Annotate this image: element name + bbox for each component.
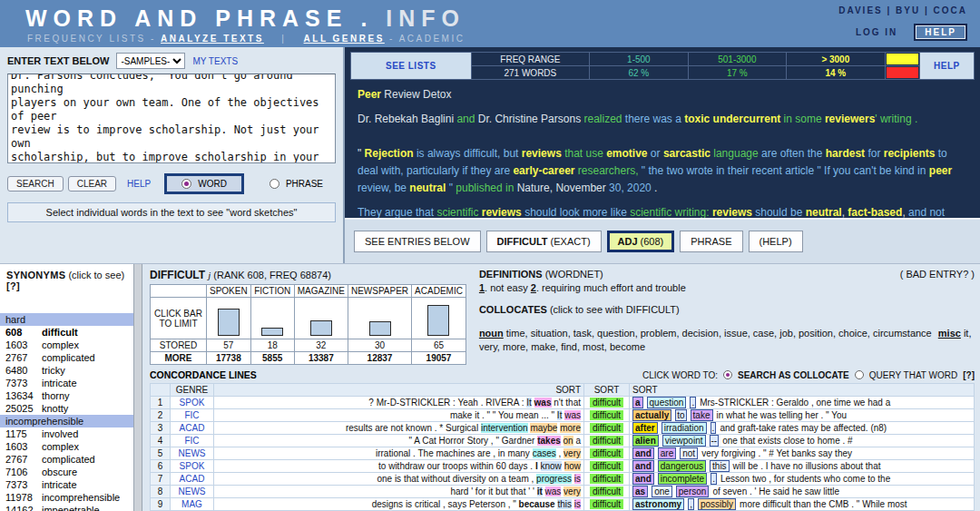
highlighted-word[interactable]: It [526,398,532,408]
highlighted-word[interactable]: for [865,147,880,160]
highlighted-word[interactable]: Review Detox [381,88,451,101]
highlighted-word[interactable]: progress [536,474,572,484]
corpus-links[interactable]: DAVIES | BYU | COCA [838,5,967,15]
genre-link[interactable]: NEWS [179,486,206,496]
highlighted-word[interactable]: scientific writing: [627,206,710,218]
highlighted-word[interactable]: are [658,447,676,459]
highlighted-word[interactable]: toxic undercurrent [681,113,780,125]
genre-bar[interactable] [261,328,283,336]
highlighted-word[interactable]: or [648,147,661,160]
highlighted-word[interactable]: takes [537,436,561,446]
genre-bar[interactable] [369,321,391,336]
query-word-radio-icon[interactable] [855,370,864,379]
see-lists-button[interactable]: SEE LISTS [351,53,472,80]
highlighted-word[interactable]: intervention [481,423,528,433]
highlighted-word[interactable]: should look more like [522,206,627,218]
highlighted-word[interactable]: to [675,409,686,421]
synonym-item[interactable]: 7106obscure [0,466,133,478]
sort-header[interactable]: SORT [630,384,975,397]
more-count[interactable]: 19057 [412,352,466,365]
highlighted-word[interactable]: fact-based [845,206,902,218]
highlighted-word[interactable]: person [676,486,710,497]
collocates-noun-words[interactable]: time, situation, task, question, problem… [506,328,932,339]
band-range-2[interactable]: 501-3000 [688,53,786,66]
highlighted-word[interactable]: that use [562,147,603,160]
highlighted-word[interactable]: researchers, [574,164,638,177]
phrase-radio-icon[interactable] [270,179,279,189]
highlighted-word[interactable]: possibly [698,498,736,510]
nav-academic[interactable]: - ACADEMIC [389,34,465,44]
nav-analyze-texts[interactable]: ANALYZE TEXTS [161,34,264,44]
highlighted-word[interactable]: . [690,397,696,408]
highlighted-word[interactable]: a [632,397,643,408]
synonym-item[interactable]: 2767complicated [0,453,133,466]
phrase-radio-option[interactable]: PHRASE [270,179,323,189]
collocates-noun-label[interactable]: noun [479,328,504,339]
highlighted-word[interactable]: recipients [880,147,935,160]
word-radio-icon[interactable] [181,179,191,189]
highlighted-word[interactable]: " [446,182,453,194]
genre-link[interactable]: ACAD [180,423,205,433]
highlighted-word[interactable]: take [691,409,713,421]
synonym-item[interactable]: 1175involved [0,427,133,440]
genre-link[interactable]: FIC [184,410,199,420]
highlighted-word[interactable]: and [632,447,654,459]
synonym-group-header[interactable]: incomprehensible [0,415,133,427]
highlighted-word[interactable]: actually [632,409,671,421]
highlighted-word[interactable]: early-career [510,164,574,177]
synonym-item[interactable]: 14162impenetrable [0,504,133,511]
highlighted-word[interactable]: Dr. Christine Parsons [475,113,581,125]
synonym-item[interactable]: 25025knotty [0,402,133,415]
highlighted-word[interactable]: after [632,422,658,434]
highlighted-word[interactable]: Rejection [365,147,414,160]
highlighted-word[interactable]: ' writing . [875,113,917,125]
highlighted-word[interactable]: alien [632,435,659,447]
highlighted-word[interactable]: are often the [759,147,823,160]
more-count[interactable]: 5855 [250,352,294,365]
highlighted-word[interactable]: is [574,474,581,484]
highlighted-word[interactable]: on [564,436,573,446]
genre-link[interactable]: MAG [181,499,202,509]
word-radio-option[interactable]: WORD [164,173,244,194]
highlighted-word[interactable]: is [574,499,581,509]
highlighted-word[interactable]: neutral [802,206,841,218]
nav-frequency-lists[interactable]: FREQUENCY LISTS - [27,34,156,44]
freq-help-button[interactable]: HELP [919,53,974,80]
tab-phrase[interactable]: PHRASE [680,231,742,252]
highlighted-word[interactable]: how [564,461,581,471]
highlighted-word[interactable]: and [454,113,475,125]
highlighted-word[interactable]: review, be [358,182,407,194]
highlighted-word[interactable]: scientific [434,206,478,218]
bad-entry-link[interactable]: ( BAD ENTRY? ) [900,269,975,280]
highlighted-word[interactable]: there was a [622,113,681,125]
highlighted-word[interactable]: was [545,486,562,496]
highlighted-word[interactable]: reviews [710,206,752,218]
highlighted-word[interactable]: peer [926,164,952,177]
synonym-item[interactable]: 7373intricate [0,377,133,389]
highlighted-word[interactable]: more [560,423,581,433]
highlighted-word[interactable]: viewpoint [662,435,706,447]
search-button[interactable]: SEARCH [7,176,64,192]
highlighted-word[interactable]: . [710,422,717,434]
highlighted-word[interactable]: Peer [358,88,381,101]
highlighted-word[interactable]: astronomy [632,498,684,510]
highlighted-word[interactable]: sarcastic [661,147,710,160]
nav-all-genres[interactable]: ALL GENRES [304,34,385,44]
genre-bar[interactable] [310,320,332,336]
keyword-highlight[interactable]: difficult [590,423,623,433]
more-count[interactable]: 13387 [294,352,348,365]
genre-bar[interactable] [218,309,240,336]
synonym-item[interactable]: 7373intricate [0,478,133,491]
stored-count[interactable]: 32 [294,339,348,352]
header-help-button[interactable]: HELP [914,24,967,41]
highlighted-word[interactable]: very [564,486,581,496]
concordance-help-icon[interactable]: [?] [963,370,975,380]
highlighted-word[interactable]: was [564,410,581,420]
highlighted-word[interactable]: because [519,499,555,509]
text-input-area[interactable]: Dr. Parsons concludes, "You don't go aro… [7,74,336,163]
stored-count[interactable]: 30 [348,339,411,352]
keyword-highlight[interactable]: difficult [590,461,623,471]
highlighted-word[interactable]: language [710,147,759,160]
more-count[interactable]: 12837 [348,352,411,365]
band-range-3[interactable]: > 3000 [787,53,885,66]
